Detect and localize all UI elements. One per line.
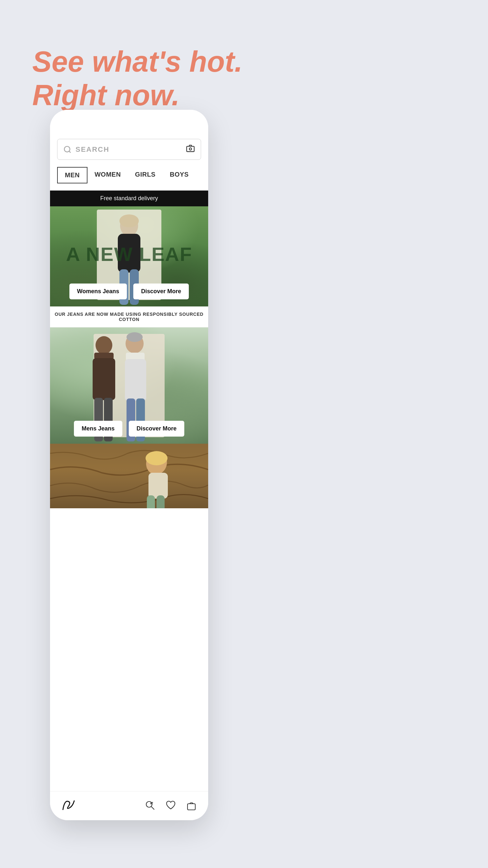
hero-section-1: A NEW LEAF Womens Jeans Discover More bbox=[50, 206, 208, 306]
discover-more-button-1[interactable]: Discover More bbox=[133, 283, 189, 299]
svg-point-9 bbox=[96, 336, 112, 354]
svg-point-3 bbox=[190, 148, 192, 150]
hero-section-3 bbox=[50, 444, 208, 508]
hero-overlay-text-1: A NEW LEAF bbox=[50, 243, 208, 266]
svg-rect-24 bbox=[147, 495, 155, 508]
nav-right-icons bbox=[144, 800, 197, 812]
hero-line1: See what's hot. bbox=[32, 45, 243, 79]
hero-section-2: Mens Jeans Discover More bbox=[50, 328, 208, 444]
search-filter-icon[interactable] bbox=[144, 800, 156, 812]
tab-boys[interactable]: BOYS bbox=[163, 167, 196, 183]
svg-rect-23 bbox=[149, 473, 168, 499]
camera-icon[interactable] bbox=[186, 144, 195, 155]
tab-girls[interactable]: GIRLS bbox=[128, 167, 163, 183]
svg-point-15 bbox=[127, 332, 143, 342]
phone-top-bar bbox=[50, 110, 208, 132]
tab-men[interactable]: MEN bbox=[57, 167, 88, 183]
person-silhouette-3 bbox=[131, 450, 182, 508]
svg-rect-17 bbox=[125, 359, 146, 401]
phone-content[interactable]: SEARCH MEN WOMEN GIRLS BOYS Free standar… bbox=[50, 132, 208, 791]
bag-icon[interactable] bbox=[186, 800, 197, 812]
svg-point-22 bbox=[145, 451, 167, 465]
search-bar[interactable]: SEARCH bbox=[57, 139, 201, 160]
hero-headline: See what's hot. Right now. bbox=[32, 45, 243, 112]
svg-rect-30 bbox=[188, 804, 195, 810]
search-placeholder: SEARCH bbox=[75, 145, 186, 154]
svg-point-5 bbox=[120, 214, 139, 227]
svg-point-0 bbox=[64, 146, 70, 152]
svg-line-27 bbox=[151, 807, 154, 810]
hero-line2: Right now. bbox=[32, 79, 243, 113]
mens-jeans-button[interactable]: Mens Jeans bbox=[74, 421, 122, 437]
discover-more-button-2[interactable]: Discover More bbox=[129, 421, 184, 437]
tab-women[interactable]: WOMEN bbox=[88, 167, 128, 183]
category-tabs: MEN WOMEN GIRLS BOYS bbox=[57, 167, 201, 183]
search-icon bbox=[63, 145, 72, 154]
heart-icon[interactable] bbox=[165, 800, 176, 812]
cotton-banner: OUR JEANS ARE NOW MADE USING RESPONSIBLY… bbox=[50, 306, 208, 328]
delivery-banner: Free standard delivery bbox=[50, 190, 208, 206]
svg-line-1 bbox=[69, 151, 71, 153]
svg-rect-11 bbox=[93, 358, 115, 400]
womens-jeans-button[interactable]: Womens Jeans bbox=[69, 283, 127, 299]
hero-buttons-1: Womens Jeans Discover More bbox=[50, 283, 208, 299]
bottom-nav bbox=[50, 791, 208, 820]
svg-rect-2 bbox=[187, 146, 194, 151]
svg-rect-25 bbox=[157, 495, 165, 508]
phone-mockup: SEARCH MEN WOMEN GIRLS BOYS Free standar… bbox=[50, 110, 208, 820]
brand-logo[interactable] bbox=[61, 798, 76, 814]
hero-buttons-2: Mens Jeans Discover More bbox=[50, 421, 208, 437]
tree-texture bbox=[50, 444, 208, 508]
